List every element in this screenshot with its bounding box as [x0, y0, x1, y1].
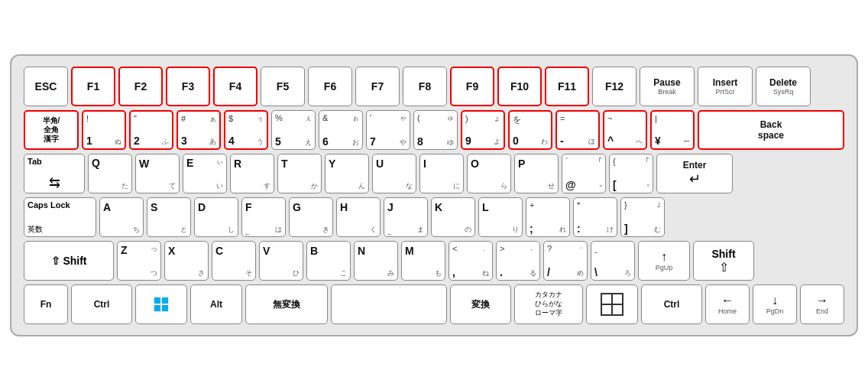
- key-7[interactable]: 'ゃ 7や: [366, 110, 410, 150]
- key-yen[interactable]: | ¥ー: [650, 110, 695, 150]
- svg-rect-0: [154, 297, 160, 304]
- key-0[interactable]: を 0わ: [508, 110, 552, 150]
- key-f4[interactable]: F4: [213, 67, 257, 106]
- key-q[interactable]: Q た: [88, 154, 132, 193]
- kanji-symbol: [600, 292, 624, 317]
- key-f2[interactable]: F2: [118, 67, 163, 106]
- svg-rect-1: [162, 297, 168, 304]
- key-b[interactable]: B こ: [306, 241, 351, 281]
- key-y[interactable]: Y ん: [325, 154, 369, 193]
- key-f8[interactable]: F8: [403, 67, 447, 106]
- key-period[interactable]: >。 .る: [496, 241, 540, 281]
- key-f10[interactable]: F10: [497, 67, 542, 106]
- key-f11[interactable]: F11: [545, 67, 589, 106]
- key-a[interactable]: A ち: [99, 197, 144, 237]
- key-m[interactable]: M も: [401, 241, 445, 281]
- key-8[interactable]: (ゅ 8ゆ: [413, 110, 458, 150]
- key-capslock[interactable]: Caps Lock 英数: [24, 197, 96, 237]
- key-insert[interactable]: InsertPrtScr: [698, 67, 753, 106]
- key-hankaku[interactable]: 半角/全角漢字: [24, 110, 79, 150]
- key-p[interactable]: P せ: [514, 154, 559, 193]
- qwerty-row: Tab ⇆ Q た W て Eぃ い R: [24, 154, 844, 193]
- key-j[interactable]: J _ま: [384, 197, 428, 237]
- key-backspace[interactable]: Backspace: [698, 110, 844, 150]
- key-pgup[interactable]: ↑PgUp: [638, 241, 690, 281]
- key-3[interactable]: #ぁ 3あ: [177, 110, 221, 150]
- key-d[interactable]: D し: [194, 197, 238, 237]
- key-bracket-close[interactable]: }｣ ]む: [620, 197, 665, 237]
- key-ctrl-left[interactable]: Ctrl: [71, 284, 132, 324]
- key-f12[interactable]: F12: [592, 67, 636, 106]
- bottom-row: Fn Ctrl Alt 無変換 変換: [24, 284, 844, 324]
- key-kanji-icon[interactable]: [586, 284, 638, 324]
- key-f7[interactable]: F7: [355, 67, 400, 106]
- key-bracket-open[interactable]: {｢ [°: [609, 154, 653, 193]
- key-at[interactable]: `｢ @": [562, 154, 606, 193]
- key-pause[interactable]: PauseBreak: [640, 67, 695, 106]
- key-delete[interactable]: DeleteSysRq: [756, 67, 811, 106]
- key-9[interactable]: )ょ 9よ: [461, 110, 505, 150]
- key-muhenkan[interactable]: 無変換: [245, 284, 328, 324]
- zxcv-row: ⇧ Shift Zっ つ X さ C そ V ひ: [24, 241, 844, 281]
- key-s[interactable]: S と: [147, 197, 191, 237]
- key-2[interactable]: " 2ふ: [129, 110, 173, 150]
- key-z[interactable]: Zっ つ: [117, 241, 161, 281]
- key-space[interactable]: [331, 284, 447, 324]
- key-caret[interactable]: ~ ^へ: [603, 110, 647, 150]
- key-win[interactable]: [135, 284, 187, 324]
- svg-rect-2: [154, 305, 160, 311]
- key-f3[interactable]: F3: [166, 67, 210, 106]
- key-slash[interactable]: ?・ /め: [543, 241, 588, 281]
- key-i[interactable]: I に: [419, 154, 464, 193]
- key-comma[interactable]: <、 ,ね: [449, 241, 493, 281]
- key-tab[interactable]: Tab ⇆: [24, 154, 85, 193]
- key-alt-left[interactable]: Alt: [190, 284, 242, 324]
- asdf-row: Caps Lock 英数 A ち S と D し: [24, 197, 844, 237]
- key-backslash[interactable]: - \ろ: [591, 241, 635, 281]
- key-o[interactable]: O ら: [467, 154, 511, 193]
- key-esc[interactable]: ESC: [24, 67, 68, 106]
- key-katakana[interactable]: カタカナひらがなローマ字: [514, 284, 583, 324]
- function-key-row: ESC F1 F2 F3 F4 F5 F6 F7 F8 F9 F10: [24, 67, 844, 106]
- key-g[interactable]: G き: [289, 197, 333, 237]
- key-x[interactable]: X さ: [164, 241, 209, 281]
- key-semicolon[interactable]: + ;れ: [526, 197, 570, 237]
- key-1[interactable]: ! 1ぬ: [82, 110, 126, 150]
- key-henkan[interactable]: 変換: [450, 284, 511, 324]
- key-f[interactable]: F _は: [241, 197, 286, 237]
- key-n[interactable]: N み: [354, 241, 398, 281]
- key-minus[interactable]: = -ほ: [555, 110, 600, 150]
- key-u[interactable]: U な: [372, 154, 416, 193]
- key-5[interactable]: %ぇ 5え: [271, 110, 316, 150]
- key-e[interactable]: Eぃ い: [183, 154, 227, 193]
- svg-rect-3: [162, 305, 168, 311]
- key-ctrl-right[interactable]: Ctrl: [641, 284, 702, 324]
- key-enter[interactable]: Enter↵: [656, 154, 733, 193]
- key-h[interactable]: H く: [336, 197, 381, 237]
- key-end[interactable]: →End: [800, 284, 844, 324]
- key-fn[interactable]: Fn: [24, 284, 68, 324]
- key-pgdn[interactable]: ↓PgDn: [753, 284, 797, 324]
- key-f6[interactable]: F6: [308, 67, 352, 106]
- keyboard: ESC F1 F2 F3 F4 F5 F6 F7 F8 F9 F10: [10, 54, 858, 336]
- number-row: 半角/全角漢字 ! 1ぬ " 2ふ #ぁ: [24, 110, 844, 150]
- key-t[interactable]: T か: [277, 154, 322, 193]
- key-r[interactable]: R す: [230, 154, 274, 193]
- windows-icon: [153, 296, 170, 313]
- key-shift-left[interactable]: ⇧ Shift: [24, 241, 114, 281]
- key-colon[interactable]: * :け: [573, 197, 617, 237]
- key-w[interactable]: W て: [135, 154, 180, 193]
- key-l[interactable]: L り: [478, 197, 523, 237]
- key-f1[interactable]: F1: [71, 67, 115, 106]
- key-c[interactable]: C そ: [212, 241, 256, 281]
- key-6[interactable]: &ぉ 6お: [319, 110, 363, 150]
- key-k[interactable]: K の: [431, 197, 475, 237]
- key-f9[interactable]: F9: [450, 67, 494, 106]
- key-v[interactable]: V ひ: [259, 241, 303, 281]
- key-f5[interactable]: F5: [261, 67, 305, 106]
- key-4[interactable]: $ぅ 4う: [224, 110, 268, 150]
- key-shift-right[interactable]: Shift⇧: [693, 241, 754, 281]
- key-home[interactable]: ←Home: [705, 284, 750, 324]
